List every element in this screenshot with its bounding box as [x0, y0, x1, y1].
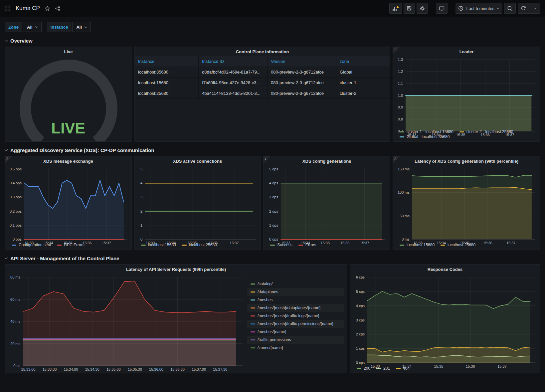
svg-text:0: 0 [140, 237, 142, 241]
panel-title-xds-config-generations[interactable]: XDS config generations [264, 156, 390, 166]
save-dashboard-button[interactable] [404, 3, 415, 14]
legend-item[interactable]: localhost:15680 [400, 243, 435, 247]
collapse-chevron-icon [5, 39, 8, 42]
legend-item[interactable]: /meshes/{mesh}/traffic-permissions/{name… [247, 320, 344, 328]
legend-item[interactable]: /meshes/{mesh}/dataplanes/{name} [247, 304, 344, 312]
panel-title-xds-message-exchange[interactable]: XDS message exchange [5, 156, 131, 166]
column-header[interactable]: Instance ID [199, 56, 268, 67]
panel-title-xds-latency[interactable]: Latency of XDS config generation (99th p… [393, 156, 540, 166]
legend-series-swatch [182, 245, 187, 246]
column-header[interactable]: zone [336, 56, 390, 67]
xds-message-exchange-canvas[interactable]: 15:3315:3415:3515:3615:370.5 ops0.4 ops0… [5, 166, 131, 242]
svg-text:3 ops: 3 ops [269, 195, 278, 199]
legend-item[interactable]: /catalog/ [247, 280, 344, 288]
leader-chart-canvas[interactable]: 15:3315:3415:3515:3615:371.31.21.11.00.9… [393, 56, 540, 129]
refresh-interval-dropdown[interactable] [529, 3, 540, 14]
apps-grid-icon[interactable] [5, 6, 10, 11]
dashboard-settings-button[interactable] [417, 3, 428, 14]
legend-item[interactable]: /meshes [247, 296, 344, 304]
column-header[interactable]: Instance [135, 56, 199, 67]
legend-item[interactable]: localhost:25680 [441, 243, 475, 247]
legend-item[interactable]: /zones/{name} [247, 344, 344, 352]
panel-info-icon[interactable]: i [393, 47, 400, 54]
add-panel-icon [392, 6, 399, 11]
svg-text:15:37:30: 15:37:30 [213, 367, 227, 371]
xds-config-generations-canvas[interactable]: 15:3315:3415:3515:3615:375 ops4 ops3 ops… [264, 166, 390, 242]
star-icon[interactable] [45, 6, 50, 11]
zoom-out-button[interactable] [504, 3, 516, 14]
legend-item[interactable]: Global - localhost:35680 [400, 134, 450, 139]
top-navbar: Kuma CP [0, 0, 545, 17]
legend-series-label: /meshes/{mesh}/traffic-logs/{name} [258, 313, 319, 318]
table-cell: cluster-1 [336, 78, 390, 88]
legend-series-label: /meshes [258, 297, 272, 302]
chevron-down-icon [35, 25, 38, 28]
legend-item[interactable]: Success [270, 243, 292, 247]
dashboard-title: Kuma CP [16, 5, 40, 12]
table-cell: 080-preview-2-3-g6712afce [268, 67, 336, 78]
svg-text:15:36:00: 15:36:00 [149, 367, 163, 371]
legend-item[interactable]: /dataplanes [247, 288, 344, 296]
xds-latency-canvas[interactable]: 15:3315:3415:3515:3615:37150 ms100 ms50 … [393, 166, 540, 242]
section-header-api[interactable]: API Server - Management of the Control P… [5, 256, 540, 261]
panel-xds-config-generations: XDS config generations 15:3315:3415:3515… [263, 156, 390, 250]
svg-text:0.8: 0.8 [398, 117, 403, 121]
panel-title-cp-info[interactable]: Control Plane information [135, 47, 390, 56]
legend-item[interactable]: /traffic-permissions [247, 336, 344, 344]
refresh-button[interactable] [518, 3, 529, 14]
legend-item[interactable]: cluster-2 - localhost:25680 [459, 129, 513, 134]
time-range-picker[interactable]: Last 5 minutes [455, 3, 502, 14]
legend-item[interactable]: Configuration sent [12, 243, 51, 247]
add-panel-button[interactable] [389, 3, 402, 14]
table-cell: 080-preview-2-3-g6712afce [268, 88, 336, 99]
legend-series-swatch [400, 245, 404, 246]
panel-xds-active-connections: XDS active connections 15:3315:3415:3515… [134, 156, 261, 250]
svg-text:0.3 ops: 0.3 ops [10, 195, 22, 199]
table-cell: Global [336, 67, 390, 78]
legend-item[interactable]: localhost:15680 [141, 243, 176, 247]
variable-label-instance: Instance [47, 22, 72, 32]
svg-text:3 cps: 3 cps [356, 318, 365, 322]
legend-item[interactable]: /meshes/{mesh}/traffic-logs/{name} [247, 312, 344, 320]
share-icon[interactable] [55, 6, 61, 11]
svg-text:1 ops: 1 ops [269, 223, 278, 227]
legend-item[interactable]: 200 [357, 366, 370, 371]
panel-title-live[interactable]: Live [5, 47, 132, 56]
panel-api-latency: Latency of API Server Requests (99th per… [5, 264, 347, 373]
panel-info-icon[interactable]: i [5, 156, 12, 163]
legend-item[interactable]: /meshes/{name} [247, 328, 344, 336]
xds-active-connections-canvas[interactable]: 15:3315:3415:3515:3615:37543210 [134, 166, 261, 242]
variable-value-instance-dropdown[interactable]: All [72, 22, 91, 32]
svg-text:15:36:30: 15:36:30 [170, 367, 185, 371]
svg-text:1.3: 1.3 [398, 58, 403, 62]
panel-title-api-latency[interactable]: Latency of API Server Requests (99th per… [5, 265, 347, 274]
panel-title-response-codes[interactable]: Response Codes [350, 265, 540, 274]
legend-series-swatch [298, 245, 303, 246]
svg-text:0 ops: 0 ops [13, 237, 22, 241]
legend-item[interactable]: RPC Errors [57, 243, 84, 247]
legend-item[interactable]: 404 [396, 366, 410, 371]
svg-text:0 cps: 0 cps [356, 361, 365, 365]
column-header[interactable]: Version [268, 56, 336, 67]
panel-info-icon[interactable]: i [264, 156, 271, 163]
svg-text:5 ops: 5 ops [269, 167, 278, 171]
svg-text:0.4 ops: 0.4 ops [10, 181, 22, 185]
table-cell: localhost:35680 [135, 67, 199, 78]
refresh-icon [521, 6, 526, 11]
variable-value-zone-dropdown[interactable]: All [23, 22, 42, 32]
leader-chart-legend: cluster-1 - localhost:15680cluster-2 - l… [393, 129, 540, 141]
panel-info-icon[interactable]: i [393, 156, 400, 163]
legend-series-label: localhost:25680 [189, 243, 217, 247]
section-header-overview[interactable]: Overview [5, 38, 540, 44]
panel-title-xds-active-connections[interactable]: XDS active connections [134, 156, 261, 166]
cycle-view-mode-button[interactable] [436, 3, 448, 14]
api-latency-canvas[interactable]: 15:33:0015:33:3015:34:0015:34:3015:35:00… [5, 274, 247, 373]
section-header-xds[interactable]: Aggregated Discovery Service (XDS): CP-D… [5, 147, 540, 153]
legend-item[interactable]: cluster-1 - localhost:15680 [400, 129, 454, 134]
legend-item[interactable]: Errors [298, 243, 316, 247]
panel-title-leader[interactable]: Leader [393, 47, 540, 56]
legend-series-swatch [251, 339, 255, 340]
legend-item[interactable]: localhost:25680 [182, 243, 217, 247]
legend-item[interactable]: 201 [376, 366, 390, 371]
response-codes-canvas[interactable]: 15:3315:3415:3515:3615:376 cps5 cps4 cps… [350, 274, 540, 365]
